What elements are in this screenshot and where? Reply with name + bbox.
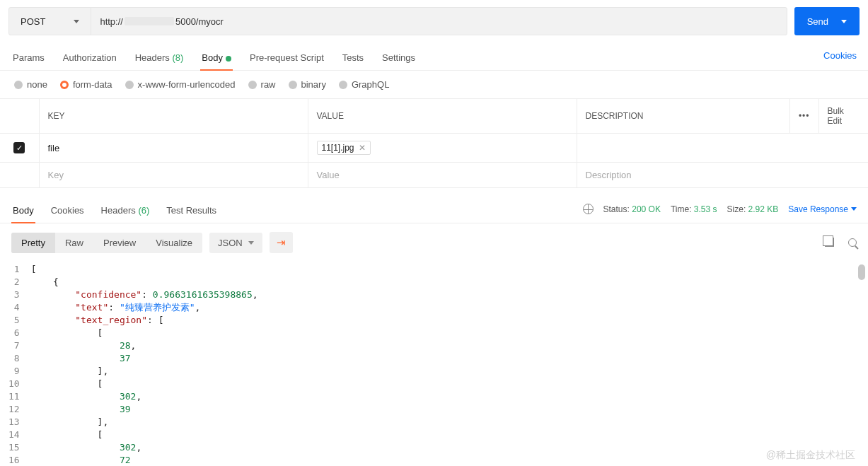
col-description: DESCRIPTION [577,99,789,134]
tab-tests[interactable]: Tests [341,48,365,70]
response-toolbar: Pretty Raw Preview Visualize JSON ⇥ [0,223,868,262]
send-button[interactable]: Send [794,7,860,35]
response-body-code[interactable]: 1234567891011121314151617 [ { "confidenc… [0,262,868,466]
body-opt-graphql[interactable]: GraphQL [339,79,389,90]
view-visualize[interactable]: Visualize [146,233,202,253]
bulk-edit-button[interactable]: Bulk Edit [818,99,868,134]
resp-tab-cookies[interactable]: Cookies [50,202,86,223]
method-select[interactable]: POST [9,8,91,35]
copy-icon[interactable] [825,237,834,249]
chevron-down-icon [851,207,857,211]
description-cell[interactable] [577,134,868,163]
description-input[interactable]: Description [577,163,868,188]
method-url-bar: POST http://5000/myocr [8,7,787,35]
body-opt-raw[interactable]: raw [248,79,276,90]
body-opt-none[interactable]: none [14,79,47,90]
file-tag: 11[1].jpg ✕ [317,141,371,155]
response-tabs: Body Cookies Headers (6) Test Results St… [0,188,868,223]
save-response-button[interactable]: Save Response [788,204,857,214]
resp-tab-testresults[interactable]: Test Results [165,202,218,223]
row-checkbox[interactable]: ✓ [13,142,25,153]
search-icon[interactable] [848,237,857,249]
url-input[interactable]: http://5000/myocr [91,8,786,35]
radio-icon [60,81,69,89]
formdata-table: KEY VALUE DESCRIPTION ••• Bulk Edit ✓ fi… [0,98,868,188]
request-tabs: Params Authorization Headers (8) Body Pr… [0,42,868,71]
col-key: KEY [39,99,308,134]
body-type-options: none form-data x-www-form-urlencoded raw… [0,71,868,98]
time-label: Time: 3.53 s [671,204,717,214]
resp-tab-body[interactable]: Body [11,202,35,223]
format-select[interactable]: JSON [209,233,262,253]
view-raw[interactable]: Raw [55,233,93,253]
chevron-down-icon [74,20,79,23]
value-input[interactable]: Value [308,163,577,188]
tab-settings[interactable]: Settings [381,48,417,70]
url-redacted [125,17,174,25]
body-opt-formdata[interactable]: form-data [60,79,112,90]
dot-indicator-icon [226,56,231,62]
radio-icon [14,81,23,89]
radio-icon [248,81,257,89]
tab-body[interactable]: Body [200,48,233,70]
tab-prerequest[interactable]: Pre-request Script [248,48,325,70]
tab-authorization[interactable]: Authorization [62,48,118,70]
radio-icon [289,81,297,89]
col-options-button[interactable]: ••• [789,99,818,134]
view-pretty[interactable]: Pretty [11,233,55,253]
wrap-lines-button[interactable]: ⇥ [270,232,293,253]
key-cell[interactable]: file [39,134,308,163]
globe-icon[interactable] [583,204,594,214]
method-value: POST [21,16,45,27]
cookies-link[interactable]: Cookies [823,50,857,68]
table-row-empty: Key Value Description [0,163,868,188]
size-label: Size: 2.92 KB [727,204,779,214]
table-row: ✓ file 11[1].jpg ✕ [0,134,868,163]
watermark: @稀土掘金技术社区 [766,449,855,462]
tab-headers[interactable]: Headers (8) [134,48,185,70]
value-cell[interactable]: 11[1].jpg ✕ [308,134,577,163]
radio-icon [339,81,347,89]
view-preview[interactable]: Preview [93,233,146,253]
status-label: Status: 200 OK [603,204,661,214]
radio-icon [125,81,134,89]
chevron-down-icon [841,20,847,23]
body-opt-urlencoded[interactable]: x-www-form-urlencoded [125,79,236,90]
col-value: VALUE [308,99,577,134]
scrollbar[interactable] [858,264,865,280]
key-input[interactable]: Key [39,163,308,188]
chevron-down-icon [248,241,254,245]
resp-tab-headers[interactable]: Headers (6) [100,202,151,223]
tab-params[interactable]: Params [11,48,46,70]
body-opt-binary[interactable]: binary [289,79,326,90]
remove-file-icon[interactable]: ✕ [359,143,366,153]
